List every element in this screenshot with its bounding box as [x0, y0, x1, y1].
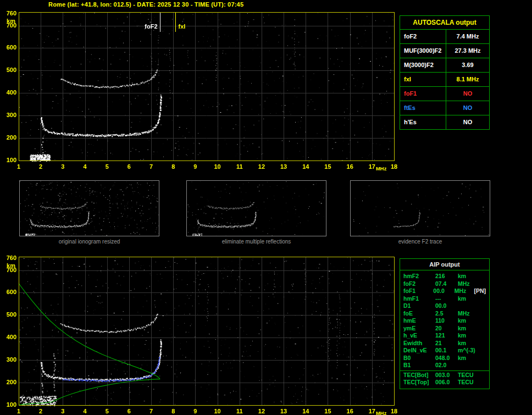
aip-param-value: 20 [435, 325, 458, 333]
aip-param-unit: km [458, 340, 479, 347]
aip-param-value: --- [435, 295, 458, 303]
aip-param-note [479, 379, 486, 386]
aip-row: D100.0 [400, 302, 489, 310]
aip-row: hmF2216km [400, 273, 489, 280]
aip-param-value: 2.5 [435, 310, 458, 318]
aip-param-unit: MHz [455, 287, 474, 295]
aip-param-unit: km [458, 325, 479, 333]
aip-param-note [479, 295, 486, 303]
aip-param-name: h_vE [403, 332, 435, 340]
autoscala-param-name: MUF(3000)F2 [400, 44, 446, 58]
aip-param-note [479, 372, 486, 379]
aip-param-note [479, 340, 486, 347]
thumbnail-f2-trace: evidence F2 trace [350, 180, 490, 245]
aip-param-name: foF2 [403, 280, 435, 288]
aip-param-value: 003.0 [435, 372, 458, 379]
aip-param-value: 110 [435, 317, 458, 325]
autoscala-param-name: foF1 [400, 87, 446, 101]
aip-param-name: TEC[Bot] [403, 372, 435, 379]
autoscala-param-value: NO [446, 115, 489, 129]
aip-param-note [479, 317, 486, 325]
aip-param-note [479, 347, 486, 355]
aip-rows: hmF2216km foF207.4MHz foF100.0MHz[PN] hm… [400, 270, 489, 389]
autoscala-param-name: h'Es [400, 115, 446, 129]
aip-param-name: DelN_vE [403, 347, 435, 355]
aip-param-note [479, 273, 486, 280]
aip-param-name: hmF2 [403, 273, 435, 280]
aip-param-note [479, 325, 486, 333]
aip-param-value: 121 [435, 332, 458, 340]
aip-param-value: 02.0 [435, 362, 458, 369]
thumbnail-caption: evidence F2 trace [350, 239, 490, 245]
aip-param-unit: km [458, 317, 479, 325]
aip-param-unit: km [458, 295, 479, 303]
aip-param-unit [458, 362, 479, 369]
autoscala-param-name: M(3000)F2 [400, 58, 446, 72]
autoscala-row: M(3000)F2 3.69 [400, 58, 489, 73]
autoscala-param-value: 27.3 MHz [446, 44, 489, 58]
aip-row: B0048.0km [400, 355, 489, 362]
aip-param-note: [PN] [474, 287, 486, 295]
autoscala-param-name: ftEs [400, 101, 446, 115]
aip-row: h_vE121km [400, 332, 489, 340]
aip-param-name: ymE [403, 325, 435, 333]
autoscala-param-value: NO [446, 101, 489, 115]
thumbnail-clean-canvas [186, 180, 326, 236]
aip-row: foF100.0MHz[PN] [400, 287, 489, 295]
autoscala-output-panel: AUTOSCALA output foF2 7.4 MHz MUF(3000)F… [400, 15, 490, 130]
aip-row: hmF1---km [400, 295, 489, 303]
aip-param-name: B1 [403, 362, 435, 369]
aip-param-value: 048.0 [435, 355, 458, 362]
aip-row: Ewidth21km [400, 340, 489, 347]
aip-param-unit: km [458, 332, 479, 340]
aip-param-unit: TECU [458, 379, 479, 386]
thumbnail-caption: original ionogram resized [19, 239, 159, 245]
aip-param-value: 07.4 [435, 280, 458, 288]
aip-param-unit [458, 302, 479, 310]
aip-param-unit: km [458, 273, 479, 280]
aip-param-name: hmE [403, 317, 435, 325]
aip-param-name: Ewidth [403, 340, 435, 347]
aip-param-value: 216 [435, 273, 458, 280]
autoscala-row: MUF(3000)F2 27.3 MHz [400, 44, 489, 58]
autoscala-row: foF2 7.4 MHz [400, 30, 489, 44]
aip-param-note [479, 355, 486, 362]
aip-param-name: hmF1 [403, 295, 435, 303]
autoscala-row: fxI 8.1 MHz [400, 73, 489, 87]
aip-row: hmE110km [400, 317, 489, 325]
aip-output-panel: AIP output hmF2216km foF207.4MHz foF100.… [400, 258, 490, 389]
autoscala-param-name: fxI [400, 73, 446, 86]
aip-param-note [479, 332, 486, 340]
aip-param-name: foE [403, 310, 435, 318]
aip-param-note [479, 362, 486, 369]
thumbnail-caption: eliminate multiple reflections [186, 239, 326, 245]
aip-param-note [479, 302, 486, 310]
aip-param-unit: m^(-3) [458, 347, 479, 355]
autoscala-screen: Rome (lat: +41.8, lon: 012.5) - DATE: 20… [0, 0, 532, 415]
aip-row: foF207.4MHz [400, 280, 489, 288]
aip-row-tec-top: TEC[Top]006.0TECU [400, 379, 489, 386]
aip-param-name: foF1 [403, 287, 433, 295]
aip-param-value: 00.1 [435, 347, 458, 355]
autoscala-param-value: 7.4 MHz [446, 30, 489, 43]
aip-param-unit: MHz [458, 280, 479, 288]
aip-param-note [479, 310, 486, 318]
aip-param-value: 21 [435, 340, 458, 347]
aip-row: DelN_vE00.1m^(-3) [400, 347, 489, 355]
thumbnail-original: original ionogram resized [19, 180, 159, 245]
aip-row: B102.0 [400, 362, 489, 369]
autoscala-param-value: 8.1 MHz [446, 73, 489, 86]
aip-param-value: 00.0 [433, 287, 454, 295]
station-title: Rome (lat: +41.8, lon: 012.5) - DATE: 20… [48, 1, 243, 8]
aip-row: ymE20km [400, 325, 489, 333]
aip-param-value: 00.0 [435, 302, 458, 310]
aip-row: foE2.5MHz [400, 310, 489, 318]
aip-param-name: D1 [403, 302, 435, 310]
aip-title: AIP output [400, 259, 489, 270]
autoscala-param-name: foF2 [400, 30, 446, 43]
autoscala-title: AUTOSCALA output [400, 16, 489, 30]
autoscala-row: foF1 NO [400, 87, 489, 101]
top-ionogram-canvas [0, 9, 401, 174]
aip-param-note [479, 280, 486, 288]
thumbnail-original-canvas [19, 180, 159, 236]
